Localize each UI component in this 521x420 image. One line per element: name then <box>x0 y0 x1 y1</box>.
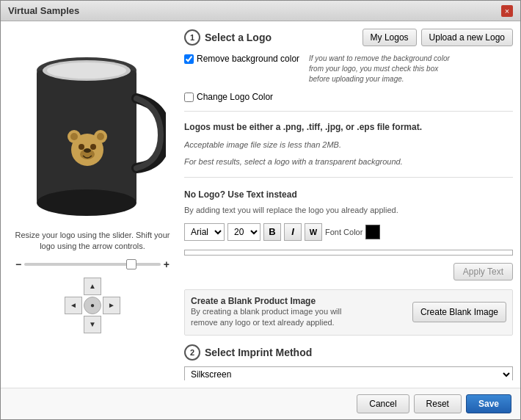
font-color-swatch[interactable] <box>365 225 380 239</box>
apply-text-button[interactable]: Apply Text <box>453 263 513 280</box>
remove-bg-label-text: Remove background color <box>197 54 299 64</box>
reset-button[interactable]: Reset <box>414 394 462 413</box>
arrow-empty-bl <box>65 316 82 333</box>
blank-image-section: Create a Blank Product Image By creating… <box>184 289 513 336</box>
arrow-right-button[interactable]: ► <box>103 297 120 314</box>
svg-point-10 <box>79 144 84 150</box>
slider-increase-button[interactable]: + <box>164 258 170 270</box>
mug-svg <box>19 32 166 223</box>
arrow-controls: ▲ ◄ ● ► ▼ <box>65 278 120 333</box>
no-logo-desc: By adding text you will replace the logo… <box>184 206 513 214</box>
cancel-button[interactable]: Cancel <box>357 394 409 413</box>
resize-instructions: Resize your logo using the slider. Shift… <box>8 230 177 253</box>
divider1 <box>184 111 513 112</box>
svg-point-13 <box>84 148 91 153</box>
change-logo-color-checkbox[interactable] <box>184 93 194 102</box>
remove-bg-checkbox[interactable] <box>184 54 194 64</box>
arrow-center-button[interactable]: ● <box>84 297 101 314</box>
no-logo-title: No Logo? Use Text instead <box>184 189 513 200</box>
file-format-bold: Logos must be either a .png, .tiff, .jpg… <box>184 120 513 134</box>
product-image <box>12 29 173 227</box>
slider-track[interactable] <box>24 263 161 266</box>
step1-row: 1 Select a Logo My Logos Upload a new Lo… <box>184 29 513 46</box>
font-family-select[interactable]: Arial <box>184 223 225 241</box>
right-panel: 1 Select a Logo My Logos Upload a new Lo… <box>184 29 513 380</box>
logo-text-input[interactable] <box>184 250 513 256</box>
imprint-method-select[interactable]: Silkscreen Embroidery Laser Engraving Di… <box>184 366 513 380</box>
font-size-select[interactable]: 20 <box>227 223 260 241</box>
blank-image-desc: By creating a blank product image you wi… <box>191 306 352 329</box>
step2-circle: 2 <box>184 344 200 361</box>
arrow-empty-tr <box>103 278 120 295</box>
remove-bg-row: Remove background color If you want to r… <box>184 54 513 84</box>
dialog-body: Resize your logo using the slider. Shift… <box>1 21 520 388</box>
dialog-title: Virtual Samples <box>8 5 79 16</box>
file-format-italic1: Acceptable image file size is less than … <box>184 140 513 151</box>
change-logo-color-text: Change Logo Color <box>197 92 273 102</box>
svg-point-4 <box>47 62 126 79</box>
step2-label: Select Imprint Method <box>205 347 312 358</box>
apply-text-row: Apply Text <box>184 263 513 280</box>
virtual-samples-dialog: Virtual Samples × <box>0 0 521 420</box>
dialog-footer: Cancel Reset Save <box>1 388 520 419</box>
arrow-left-button[interactable]: ◄ <box>65 297 82 314</box>
blank-image-text-group: Create a Blank Product Image By creating… <box>191 296 352 329</box>
upload-logo-button[interactable]: Upload a new Logo <box>421 29 513 46</box>
slider-thumb[interactable] <box>126 259 136 269</box>
dialog-header: Virtual Samples × <box>1 1 520 21</box>
blank-image-title: Create a Blank Product Image <box>191 296 352 306</box>
slider-decrease-button[interactable]: − <box>15 258 21 270</box>
step2-row: 2 Select Imprint Method <box>184 344 513 361</box>
step1-label: Select a Logo <box>205 32 272 43</box>
arrow-empty-br <box>103 316 120 333</box>
step1-circle: 1 <box>184 29 200 46</box>
text-toolbar: Arial 20 B I W Font Color <box>184 223 513 241</box>
arrow-down-button[interactable]: ▼ <box>84 316 101 333</box>
close-button[interactable]: × <box>501 5 513 17</box>
create-blank-button[interactable]: Create Blank Image <box>412 302 506 322</box>
change-logo-color-label[interactable]: Change Logo Color <box>184 92 513 102</box>
left-panel: Resize your logo using the slider. Shift… <box>8 29 177 380</box>
svg-point-9 <box>97 133 104 140</box>
divider2 <box>184 177 513 178</box>
font-color-label: Font Color <box>325 228 362 236</box>
italic-button[interactable]: I <box>284 223 302 241</box>
remove-bg-checkbox-label[interactable]: Remove background color <box>184 54 302 64</box>
my-logos-button[interactable]: My Logos <box>362 29 417 46</box>
arrow-up-button[interactable]: ▲ <box>84 278 101 295</box>
save-button[interactable]: Save <box>466 394 511 413</box>
word-button[interactable]: W <box>305 223 322 241</box>
svg-point-8 <box>70 133 78 140</box>
svg-point-2 <box>37 189 136 216</box>
logo-size-slider-row: − + <box>15 258 170 270</box>
svg-point-11 <box>90 144 96 150</box>
logo-buttons-group: My Logos Upload a new Logo <box>362 29 513 46</box>
file-format-italic2: For best results, select a logo with a t… <box>184 156 513 167</box>
remove-bg-hint: If you want to remove the background col… <box>309 54 456 84</box>
arrow-empty-tl <box>65 278 82 295</box>
bold-button[interactable]: B <box>263 223 281 241</box>
